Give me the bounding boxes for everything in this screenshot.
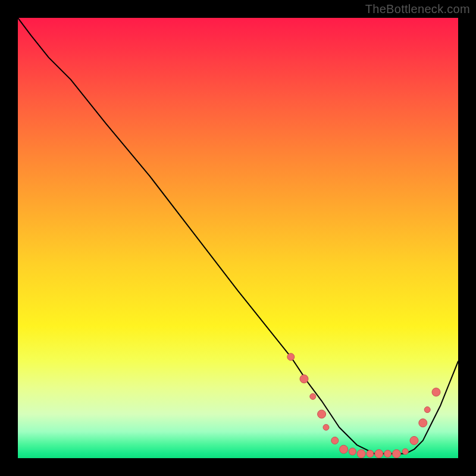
chart-frame: TheBottleneck.com xyxy=(0,0,476,476)
curve-marker xyxy=(318,410,326,418)
watermark-text: TheBottleneck.com xyxy=(365,2,470,16)
bottleneck-curve xyxy=(18,18,458,454)
curve-marker xyxy=(340,445,348,453)
curve-marker xyxy=(384,450,392,458)
curve-marker xyxy=(419,419,427,427)
curve-marker xyxy=(392,450,400,458)
curve-marker xyxy=(300,375,308,383)
plot-area xyxy=(18,18,458,458)
curve-marker xyxy=(402,449,408,455)
curve-marker xyxy=(410,436,418,444)
curve-marker xyxy=(424,407,430,413)
curve-marker xyxy=(310,393,316,399)
curve-marker xyxy=(287,353,295,361)
curve-marker xyxy=(375,450,383,458)
curve-marker xyxy=(367,450,374,458)
curve-marker xyxy=(349,448,356,455)
curve-markers xyxy=(287,353,440,458)
curve-marker xyxy=(357,450,365,458)
curve-marker xyxy=(432,388,440,396)
curve-marker xyxy=(331,437,339,444)
curve-marker xyxy=(323,424,329,430)
curve-svg xyxy=(18,18,458,458)
